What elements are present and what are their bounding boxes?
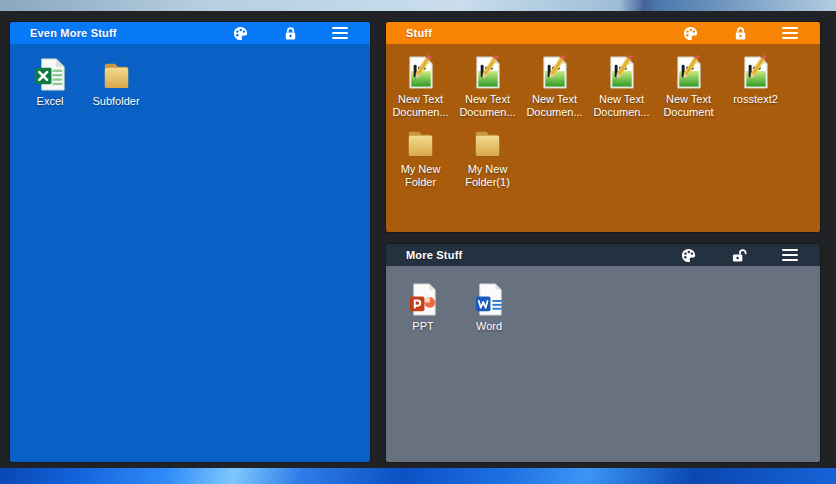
text-document-icon <box>604 55 639 90</box>
fence-more-stuff: More Stuff PPT Word <box>386 244 820 462</box>
desktop-item-ppt[interactable]: PPT <box>390 282 456 333</box>
item-label: New Text Documen... <box>388 93 454 119</box>
fence-even-more-stuff: Even More Stuff Excel Subfolder <box>10 22 370 462</box>
folder-icon <box>470 125 505 160</box>
item-label: New Text Documen... <box>522 93 588 119</box>
excel-file-icon <box>33 57 68 92</box>
fence-titlebar[interactable]: More Stuff <box>386 244 820 266</box>
item-label: Excel <box>37 95 64 108</box>
desktop-item-my-new-folder-1[interactable]: My New Folder(1) <box>454 125 521 189</box>
item-label: My New Folder(1) <box>455 163 521 189</box>
palette-icon[interactable] <box>682 25 699 42</box>
item-label: New Text Document <box>656 93 722 119</box>
ppt-file-icon <box>406 282 441 317</box>
text-document-icon <box>403 55 438 90</box>
menu-icon[interactable] <box>782 249 798 261</box>
text-document-icon <box>470 55 505 90</box>
lock-icon[interactable] <box>283 26 298 41</box>
text-document-icon <box>738 55 773 90</box>
fence-stuff: Stuff New Text Documen... New Text Docum… <box>386 22 820 232</box>
text-document-icon <box>671 55 706 90</box>
fence-title: More Stuff <box>386 249 462 261</box>
desktop-item-new-text-document[interactable]: New Text Documen... <box>521 55 588 119</box>
desktop-item-excel[interactable]: Excel <box>17 57 83 108</box>
item-label: New Text Documen... <box>455 93 521 119</box>
fence-controls <box>682 25 820 42</box>
wallpaper-bottom-strip <box>0 468 836 484</box>
folder-icon <box>99 57 134 92</box>
fence-body: PPT Word <box>386 266 820 462</box>
desktop-item-rosstext2[interactable]: rosstext2 <box>722 55 789 119</box>
wallpaper-top-strip <box>0 0 836 11</box>
palette-icon[interactable] <box>232 25 249 42</box>
fence-controls <box>680 247 820 264</box>
fence-body: Excel Subfolder <box>10 44 370 462</box>
item-label: PPT <box>412 320 433 333</box>
desktop-item-new-text-document[interactable]: New Text Documen... <box>588 55 655 119</box>
lock-icon[interactable] <box>733 26 748 41</box>
item-label: Subfolder <box>92 95 139 108</box>
desktop-item-subfolder[interactable]: Subfolder <box>83 57 149 108</box>
item-label: My New Folder <box>388 163 454 189</box>
item-label: rosstext2 <box>733 93 778 106</box>
unlock-icon[interactable] <box>731 248 748 263</box>
fence-titlebar[interactable]: Even More Stuff <box>10 22 370 44</box>
desktop-item-new-text-document[interactable]: New Text Document <box>655 55 722 119</box>
desktop-item-new-text-document[interactable]: New Text Documen... <box>387 55 454 119</box>
desktop: Even More Stuff Excel Subfolder Stuff <box>0 0 836 484</box>
fence-title: Stuff <box>386 27 432 39</box>
menu-icon[interactable] <box>782 27 798 39</box>
desktop-item-my-new-folder[interactable]: My New Folder <box>387 125 454 189</box>
desktop-item-word[interactable]: Word <box>456 282 522 333</box>
folder-icon <box>403 125 438 160</box>
fence-title: Even More Stuff <box>10 27 117 39</box>
text-document-icon <box>537 55 572 90</box>
desktop-item-new-text-document[interactable]: New Text Documen... <box>454 55 521 119</box>
palette-icon[interactable] <box>680 247 697 264</box>
menu-icon[interactable] <box>332 27 348 39</box>
fence-titlebar[interactable]: Stuff <box>386 22 820 44</box>
fence-body: New Text Documen... New Text Documen... … <box>386 44 820 232</box>
word-file-icon <box>472 282 507 317</box>
item-label: Word <box>476 320 502 333</box>
fence-controls <box>232 25 370 42</box>
item-label: New Text Documen... <box>589 93 655 119</box>
